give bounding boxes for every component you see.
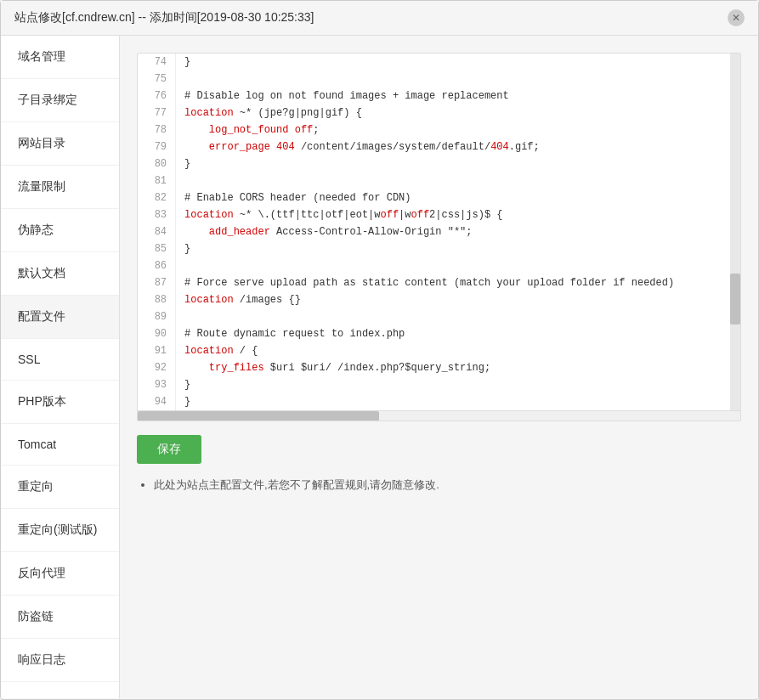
line-number: 81 <box>138 172 176 189</box>
line-content: # Route dynamic request to index.php <box>176 325 740 342</box>
table-row: 92 try_files $uri $uri/ /index.php?$quer… <box>138 359 740 376</box>
line-content: log_not_found off; <box>176 121 740 138</box>
vertical-scrollbar-thumb[interactable] <box>730 274 740 325</box>
line-content: location / { <box>176 342 740 359</box>
table-row: 91location / { <box>138 342 740 359</box>
table-row: 88location /images {} <box>138 291 740 308</box>
line-content <box>176 257 740 274</box>
line-number: 80 <box>138 155 176 172</box>
main-window: 站点修改[cf.cndrew.cn] -- 添加时间[2019-08-30 10… <box>0 0 759 700</box>
line-content: # Disable log on not found images + imag… <box>176 88 740 104</box>
line-content: } <box>176 240 740 257</box>
line-number: 74 <box>138 54 176 71</box>
sidebar: 域名管理子目录绑定网站目录流量限制伪静态默认文档配置文件SSLPHP版本Tomc… <box>1 36 120 698</box>
table-row: 75 <box>138 71 740 88</box>
titlebar: 站点修改[cf.cndrew.cn] -- 添加时间[2019-08-30 10… <box>1 1 758 36</box>
line-content: } <box>176 376 740 393</box>
note-text: 此处为站点主配置文件,若您不了解配置规则,请勿随意修改. <box>154 477 741 493</box>
vertical-scrollbar[interactable] <box>730 54 740 421</box>
line-number: 90 <box>138 325 176 342</box>
sidebar-item-tomcat[interactable]: Tomcat <box>1 424 119 466</box>
horizontal-scrollbar[interactable] <box>138 410 740 421</box>
sidebar-item-reverse-proxy[interactable]: 反向代理 <box>1 552 119 596</box>
line-number: 84 <box>138 223 176 240</box>
line-content: } <box>176 54 740 71</box>
line-number: 94 <box>138 393 176 410</box>
save-button[interactable]: 保存 <box>137 435 201 464</box>
line-number: 85 <box>138 240 176 257</box>
table-row: 86 <box>138 257 740 274</box>
content-area: 域名管理子目录绑定网站目录流量限制伪静态默认文档配置文件SSLPHP版本Tomc… <box>1 36 758 698</box>
sidebar-item-domain[interactable]: 域名管理 <box>1 36 119 79</box>
table-row: 87# Force serve upload path as static co… <box>138 274 740 291</box>
code-table: 74}75 76# Disable log on not found image… <box>138 54 740 410</box>
table-row: 85} <box>138 240 740 257</box>
sidebar-item-response-log[interactable]: 响应日志 <box>1 639 119 682</box>
line-number: 87 <box>138 274 176 291</box>
table-row: 80} <box>138 155 740 172</box>
line-content: } <box>176 393 740 410</box>
line-content: location /images {} <box>176 291 740 308</box>
sidebar-item-subdir[interactable]: 子目录绑定 <box>1 79 119 122</box>
line-number: 89 <box>138 308 176 325</box>
line-content: try_files $uri $uri/ /index.php?$query_s… <box>176 359 740 376</box>
table-row: 90# Route dynamic request to index.php <box>138 325 740 342</box>
line-content: add_header Access-Control-Allow-Origin "… <box>176 223 740 240</box>
sidebar-item-sitedir[interactable]: 网站目录 <box>1 122 119 166</box>
table-row: 84 add_header Access-Control-Allow-Origi… <box>138 223 740 240</box>
sidebar-item-default-doc[interactable]: 默认文档 <box>1 252 119 296</box>
line-number: 86 <box>138 257 176 274</box>
close-button[interactable]: ✕ <box>728 9 745 26</box>
line-content: error_page 404 /content/images/system/de… <box>176 138 740 155</box>
line-content <box>176 308 740 325</box>
line-number: 77 <box>138 104 176 121</box>
sidebar-item-hotlink[interactable]: 防盗链 <box>1 596 119 639</box>
sidebar-item-redirect[interactable]: 重定向 <box>1 466 119 509</box>
sidebar-item-rewrite[interactable]: 伪静态 <box>1 209 119 252</box>
line-number: 75 <box>138 71 176 88</box>
line-content: # Force serve upload path as static cont… <box>176 274 740 291</box>
table-row: 78 log_not_found off; <box>138 121 740 138</box>
table-row: 83location ~* \.(ttf|ttc|otf|eot|woff|wo… <box>138 206 740 223</box>
table-row: 94} <box>138 393 740 410</box>
line-number: 78 <box>138 121 176 138</box>
line-content: location ~* (jpe?g|png|gif) { <box>176 104 740 121</box>
sidebar-item-php-version[interactable]: PHP版本 <box>1 381 119 424</box>
line-number: 82 <box>138 189 176 206</box>
line-content: # Enable CORS header (needed for CDN) <box>176 189 740 206</box>
table-row: 89 <box>138 308 740 325</box>
line-content: } <box>176 155 740 172</box>
table-row: 79 error_page 404 /content/images/system… <box>138 138 740 155</box>
table-row: 76# Disable log on not found images + im… <box>138 88 740 104</box>
code-editor[interactable]: 74}75 76# Disable log on not found image… <box>137 53 741 421</box>
table-row: 81 <box>138 172 740 189</box>
note-section: 此处为站点主配置文件,若您不了解配置规则,请勿随意修改. <box>137 477 741 493</box>
line-number: 93 <box>138 376 176 393</box>
table-row: 77location ~* (jpe?g|png|gif) { <box>138 104 740 121</box>
line-number: 76 <box>138 88 176 104</box>
window-title: 站点修改[cf.cndrew.cn] -- 添加时间[2019-08-30 10… <box>14 10 314 25</box>
table-row: 82# Enable CORS header (needed for CDN) <box>138 189 740 206</box>
line-content: location ~* \.(ttf|ttc|otf|eot|woff|woff… <box>176 206 740 223</box>
horizontal-scrollbar-thumb[interactable] <box>138 411 379 421</box>
line-content <box>176 71 740 88</box>
sidebar-item-ssl[interactable]: SSL <box>1 339 119 381</box>
line-number: 83 <box>138 206 176 223</box>
line-number: 88 <box>138 291 176 308</box>
sidebar-item-config[interactable]: 配置文件 <box>1 296 119 339</box>
line-number: 91 <box>138 342 176 359</box>
sidebar-item-redirect-beta[interactable]: 重定向(测试版) <box>1 509 119 552</box>
main-content: 74}75 76# Disable log on not found image… <box>120 36 758 698</box>
line-content <box>176 172 740 189</box>
line-number: 92 <box>138 359 176 376</box>
line-number: 79 <box>138 138 176 155</box>
table-row: 74} <box>138 54 740 71</box>
table-row: 93} <box>138 376 740 393</box>
save-section: 保存 <box>137 421 741 464</box>
sidebar-item-traffic[interactable]: 流量限制 <box>1 166 119 209</box>
